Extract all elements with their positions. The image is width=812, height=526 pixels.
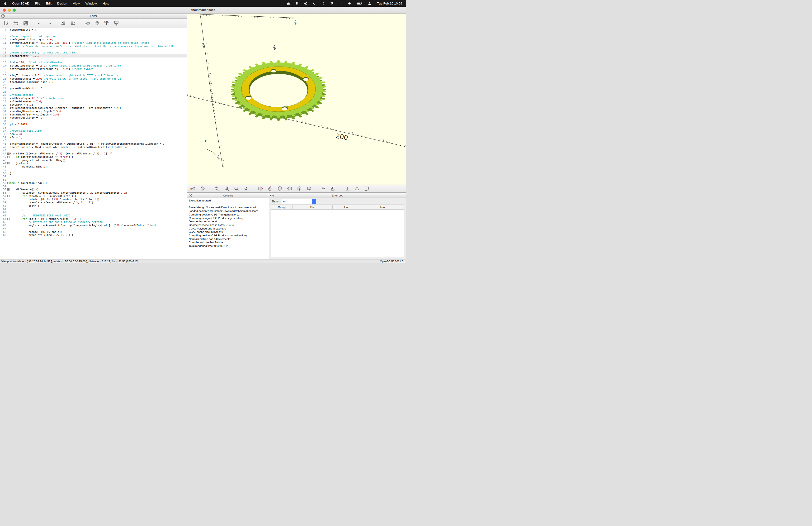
view-front-button[interactable]	[295, 185, 304, 192]
code-line[interactable]: 17boltHoleDiameter = 10.2; //10mm seems …	[0, 64, 187, 68]
view-all-button[interactable]	[362, 185, 371, 192]
code-line[interactable]: 18internalDiameterOffsetFromHoles = 2.75…	[0, 68, 187, 71]
errorlog-col-file[interactable]: File	[292, 205, 333, 209]
reset-view-button[interactable]: ↺	[242, 185, 251, 192]
zoom-out-button[interactable]	[232, 185, 241, 192]
code-line[interactable]: 14eccentricity = 1.10;	[0, 54, 187, 58]
code-line[interactable]: 56 cylinder (ringThickness, externalDiam…	[0, 191, 187, 195]
render-button[interactable]	[92, 19, 101, 27]
wifi-icon[interactable]	[330, 2, 334, 5]
code-line[interactable]: 59 translate ([externalDiameter / 2, 0, …	[0, 201, 187, 204]
view-right-button[interactable]	[256, 185, 265, 192]
dots-icon[interactable]	[339, 2, 342, 5]
code-line[interactable]: 23	[0, 84, 187, 87]
show-scale-markers-button[interactable]: 10	[352, 185, 362, 192]
errorlog-col-line[interactable]: Line	[333, 205, 361, 209]
code-line[interactable]: 32roundingOffset = cutDepth * 2.48;	[0, 113, 187, 116]
code-line[interactable]: 54	[0, 185, 187, 188]
code-line[interactable]: 63 // --- MODIFIED BOLT HOLE LOGIC ---	[0, 214, 187, 217]
redo-button[interactable]: ↷	[45, 19, 54, 27]
vp-render-button[interactable]	[198, 185, 207, 192]
3d-viewport[interactable]: 100150150100200 z x	[187, 14, 406, 185]
code-line[interactable]: 51	[0, 175, 187, 178]
code-line[interactable]: 41externalDiameter = ((numberOfTeeth * w…	[0, 142, 187, 146]
code-line[interactable]: 15	[0, 57, 187, 61]
code-line[interactable]: 42innerDiameter = (bcd - boltHoleDiamete…	[0, 146, 187, 149]
save-button[interactable]	[21, 19, 30, 27]
code-line[interactable]: 61 }	[0, 208, 187, 211]
vp-preview-button[interactable]: »	[189, 185, 198, 192]
code-line[interactable]: 28rollerDiameter = 7.6;	[0, 100, 187, 103]
orthogonal-button[interactable]	[329, 185, 338, 192]
code-line[interactable]: 52	[0, 178, 187, 182]
code-line[interactable]: 50}	[0, 172, 187, 175]
code-line[interactable]: 8	[0, 32, 187, 35]
code-line[interactable]: 55- difference() {	[0, 188, 187, 191]
code-line[interactable]: 31roundingDiameter = cutDepth * 5.6;	[0, 110, 187, 113]
export-stl-button[interactable]: STL	[102, 19, 111, 27]
zoom-all-button[interactable]	[213, 185, 221, 192]
code-line[interactable]: 43	[0, 149, 187, 152]
menu-view[interactable]: View	[73, 2, 80, 5]
app-menu-openscad[interactable]: OpenSCAD	[12, 2, 29, 5]
print-3d-button[interactable]	[112, 19, 121, 27]
code-line[interactable]: 9//new: asymmetric bolt options	[0, 35, 187, 38]
code-line[interactable]: 57- for (tooth = [0 : numberOfTeeth]) {	[0, 195, 187, 198]
unindent-button[interactable]	[59, 19, 68, 27]
fold-marker-icon[interactable]: -	[8, 188, 10, 190]
fold-marker-icon[interactable]: -	[8, 156, 10, 158]
code-line[interactable]: 24pocketBoundsWidth = 3;	[0, 87, 187, 90]
cloud-icon[interactable]	[286, 2, 290, 5]
code-line[interactable]: 11asymmetricAngles = [55, 125, 235, 305]…	[0, 41, 187, 45]
menu-edit[interactable]: Edit	[46, 2, 52, 5]
code-line[interactable]: 47- } else {	[0, 162, 187, 165]
bluetooth-icon[interactable]	[321, 2, 324, 5]
code-line[interactable]: 20ringThickness = 2.5; //seems about rig…	[0, 74, 187, 77]
code-line[interactable]: 37//openscad resolution	[0, 129, 187, 132]
code-line[interactable]: 36	[0, 126, 187, 129]
code-line[interactable]: 30rollerCenterInsetFromExternalDiameter …	[0, 106, 187, 110]
code-line[interactable]: 69 translate ([bcd / 2, 0, -.1])	[0, 233, 187, 237]
code-line[interactable]: 44-translate ([(externalDiameter / 2), (…	[0, 152, 187, 155]
code-line[interactable]: 13//new: eccentricity, to make oval chai…	[0, 51, 187, 54]
record-icon[interactable]	[304, 2, 307, 5]
user-icon[interactable]	[368, 2, 371, 5]
code-line[interactable]: 19	[0, 71, 187, 74]
view-bottom-button[interactable]	[275, 185, 285, 192]
console-close-icon[interactable]: ✕	[189, 194, 192, 197]
mute-icon[interactable]	[348, 2, 351, 5]
errorlog-close-icon[interactable]: ✕	[271, 194, 274, 197]
menu-design[interactable]: Design	[57, 2, 67, 5]
editor-close-icon[interactable]: ✕	[1, 14, 5, 18]
code-line[interactable]: 45- if (doProjectionFor2dCam == "true") …	[0, 155, 187, 159]
code-line[interactable]: 62	[0, 211, 187, 214]
view-back-button[interactable]	[305, 185, 314, 192]
code-line[interactable]: 65 // Determine the angle based on symme…	[0, 221, 187, 224]
code-line[interactable]: 49 }	[0, 168, 187, 172]
show-axes-button[interactable]	[343, 185, 352, 192]
menu-file[interactable]: File	[35, 2, 40, 5]
errorlog-col-info[interactable]: Info	[361, 205, 404, 209]
code-line[interactable]: 46 projection() makeChainRing();	[0, 159, 187, 162]
code-line[interactable]: 26//tooth options	[0, 94, 187, 97]
code-line[interactable]: 25	[0, 90, 187, 94]
open-button[interactable]	[12, 19, 20, 27]
menubar-clock[interactable]: Tue Feb 10 10:09	[377, 2, 402, 5]
code-line[interactable]: 64- for (bolt = [0 : numberOfBolts - 1])…	[0, 217, 187, 221]
code-line[interactable]: 48 makeChainRing();	[0, 165, 187, 168]
view-top-button[interactable]	[266, 185, 275, 192]
code-line[interactable]: 10useAsymmetricSpacing = true;	[0, 38, 187, 41]
errorlog-table-body[interactable]	[271, 210, 404, 257]
errorlog-filter-dropdown[interactable]: All ▲▼	[281, 199, 316, 204]
pause-icon[interactable]	[295, 2, 299, 5]
code-line[interactable]: 29cutDepth = 5.1;	[0, 103, 187, 107]
code-line[interactable]: 34	[0, 119, 187, 123]
code-line[interactable]: https://www.sheldonbrown.com/cribsheet-b…	[0, 45, 187, 48]
menu-help[interactable]: Help	[103, 2, 109, 5]
code-line[interactable]: 35pi = 3.1415;	[0, 123, 187, 126]
fold-marker-icon[interactable]: -	[8, 153, 10, 155]
code-line[interactable]: 12	[0, 48, 187, 51]
menu-window[interactable]: Window	[86, 2, 97, 5]
new-file-button[interactable]	[2, 19, 11, 27]
zoom-in-button[interactable]	[222, 185, 231, 192]
